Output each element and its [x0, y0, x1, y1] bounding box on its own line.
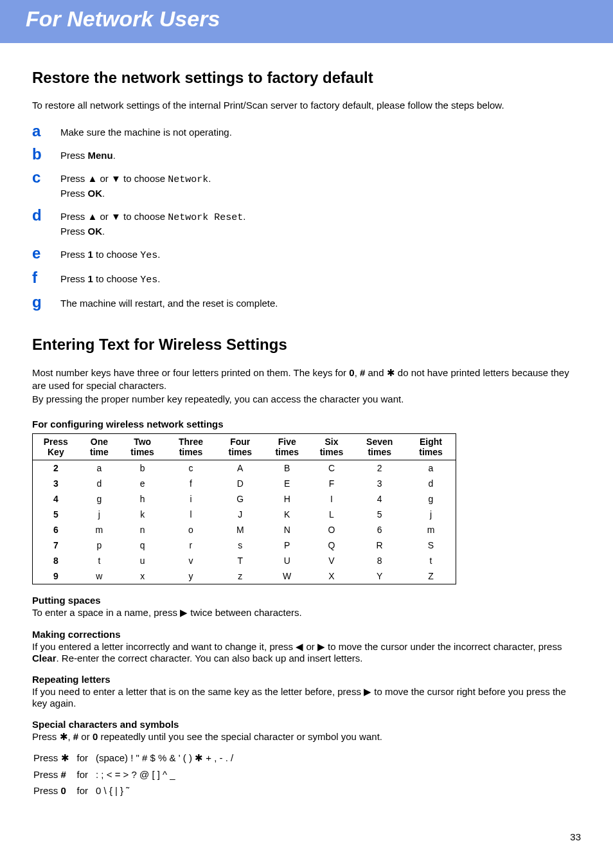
table-row: 4ghiGHI4g: [33, 491, 456, 507]
col-six: Six times: [310, 433, 353, 460]
table-row: Press 0 for 0 \ { | } ˜: [33, 783, 240, 798]
table-row: 8tuvTUV8t: [33, 553, 456, 568]
col-five: Five times: [264, 433, 310, 460]
menu-option: Yes: [140, 250, 157, 261]
table-cell: H: [264, 491, 310, 507]
table-cell: 2: [353, 460, 406, 476]
col-one: One time: [79, 433, 120, 460]
table-cell: W: [264, 568, 310, 584]
page-banner: For Network Users: [0, 0, 613, 43]
step-body: Make sure the machine is not operating.: [60, 123, 232, 139]
step-b: b Press Menu.: [32, 147, 581, 162]
table-cell: g: [406, 491, 456, 507]
table-cell: m: [406, 522, 456, 538]
table-cell: g: [79, 491, 120, 507]
text: Press: [33, 752, 61, 763]
menu-label: Menu: [88, 150, 113, 161]
text: Press: [60, 249, 88, 260]
table-cell: e: [120, 476, 165, 491]
table-cell: J: [217, 507, 264, 522]
table-cell: P: [264, 538, 310, 553]
key-1: 1: [88, 249, 93, 260]
table-cell: t: [79, 553, 120, 568]
text: .: [102, 226, 105, 237]
steps-list: a Make sure the machine is not operating…: [32, 123, 581, 310]
table-cell: x: [120, 568, 165, 584]
text: .: [243, 211, 245, 222]
table-cell: j: [79, 507, 120, 522]
page-content: Restore the network settings to factory …: [0, 43, 613, 812]
text: Press: [60, 226, 88, 237]
table-cell: 3: [33, 476, 79, 491]
text: Press: [60, 150, 88, 161]
text: Press ▲ or ▼ to choose: [60, 173, 168, 184]
table-cell: B: [264, 460, 310, 476]
text: Press ▲ or ▼ to choose: [60, 211, 168, 222]
table-cell: s: [217, 538, 264, 553]
step-letter: d: [32, 208, 60, 223]
table-cell: T: [217, 553, 264, 568]
table-cell: A: [217, 460, 264, 476]
table-cell: F: [310, 476, 353, 491]
table-cell: 4: [353, 491, 406, 507]
col-two: Two times: [120, 433, 165, 460]
table-cell: y: [165, 568, 217, 584]
step-e: e Press 1 to choose Yes.: [32, 246, 581, 262]
table-cell: f: [165, 476, 217, 491]
table-cell: b: [120, 460, 165, 476]
table-header-row: Press Key One time Two times Three times…: [33, 433, 456, 460]
text: to choose: [93, 273, 140, 284]
table-cell: X: [310, 568, 353, 584]
menu-option: Network Reset: [168, 212, 243, 223]
table-cell: i: [165, 491, 217, 507]
step-body: Press ▲ or ▼ to choose Network Reset. Pr…: [60, 208, 245, 238]
col-four: Four times: [217, 433, 264, 460]
text: Press ✱,: [32, 731, 73, 742]
clear-label: Clear: [32, 653, 57, 664]
step-body: Press 1 to choose Yes.: [60, 270, 160, 287]
step-body: Press ▲ or ▼ to choose Network. Press OK…: [60, 170, 211, 200]
text: to choose: [93, 249, 140, 260]
chars-cell: (space) ! " # $ % & ' ( ) ✱ + , - . /: [96, 750, 240, 766]
key-cell: Press ✱: [33, 750, 76, 766]
key-1: 1: [88, 273, 93, 284]
text: ,: [355, 367, 360, 378]
step-body: The machine will restart, and the reset …: [60, 294, 278, 310]
text: .: [102, 188, 105, 199]
table-cell: q: [120, 538, 165, 553]
table-cell: l: [165, 507, 217, 522]
table-row: 5jklJKL5j: [33, 507, 456, 522]
col-press-key: Press Key: [33, 433, 79, 460]
col-three: Three times: [165, 433, 217, 460]
col-seven: Seven times: [353, 433, 406, 460]
table-cell: 5: [33, 507, 79, 522]
table-cell: 6: [353, 522, 406, 538]
table-cell: z: [217, 568, 264, 584]
text: Most number keys have three or four lett…: [32, 367, 349, 378]
table-cell: m: [79, 522, 120, 538]
table-cell: d: [406, 476, 456, 491]
menu-option: Yes: [140, 275, 157, 285]
key-cell: Press #: [33, 767, 76, 782]
table-cell: R: [353, 538, 406, 553]
step-letter: b: [32, 147, 60, 162]
table-cell: O: [310, 522, 353, 538]
special-heading: Special characters and symbols: [32, 719, 581, 730]
table-cell: I: [310, 491, 353, 507]
table-cell: Y: [353, 568, 406, 584]
text: If you entered a letter incorrectly and …: [32, 641, 562, 652]
table-cell: 4: [33, 491, 79, 507]
char-table-title: For configuring wireless network setting…: [32, 419, 581, 429]
table-cell: a: [79, 460, 120, 476]
table-cell: v: [165, 553, 217, 568]
table-row: 6mnoMNO6m: [33, 522, 456, 538]
table-cell: j: [406, 507, 456, 522]
section1-heading: Restore the network settings to factory …: [32, 69, 581, 87]
table-cell: C: [310, 460, 353, 476]
table-cell: K: [264, 507, 310, 522]
chars-cell: : ; < = > ? @ [ ] ^ _: [96, 767, 240, 782]
table-cell: U: [264, 553, 310, 568]
putting-spaces-heading: Putting spaces: [32, 595, 581, 606]
table-cell: 7: [33, 538, 79, 553]
text: By pressing the proper number key repeat…: [32, 393, 404, 404]
